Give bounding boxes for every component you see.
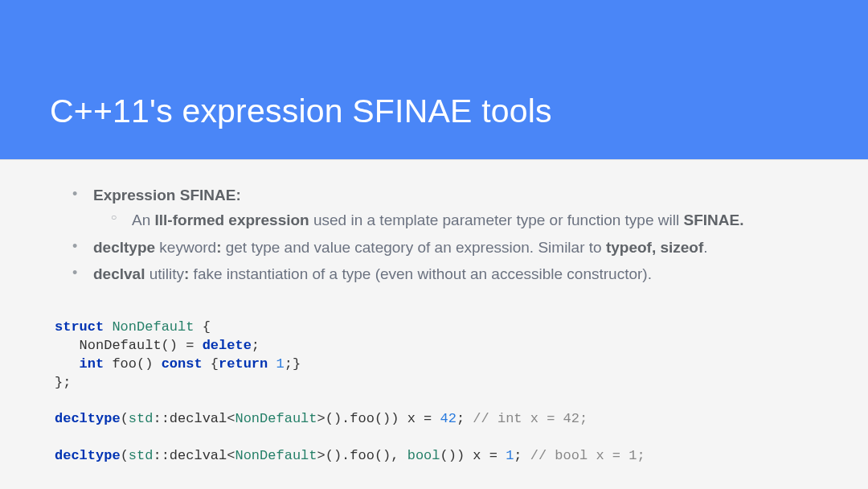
code-kw: decltype [55,448,121,463]
title-bar: C++11's expression SFINAE tools [0,0,868,159]
code-type: bool [407,448,440,463]
text: fake instantiation of a type (even witho… [189,265,652,282]
slide-title: C++11's expression SFINAE tools [50,92,552,130]
code-text: ;} [285,356,301,372]
text: An [132,212,155,228]
code-text: ; [514,448,530,463]
code-kw: delete [203,338,252,353]
code-type: NonDefault [112,319,194,335]
code-text [55,356,80,372]
bullet-1a: An Ill-formed expression used in a templ… [93,208,813,232]
code-kw: return [219,356,268,372]
code-text [268,356,276,372]
bullet-3: declval utility: fake instantiation of a… [55,262,813,286]
text: used in a template parameter type or fun… [309,212,684,228]
code-kw: decltype [55,411,121,426]
text: get type and value category of an expres… [221,239,605,256]
code-text: >().foo()) x = [317,411,440,426]
code-comment: // int x = 42; [473,411,588,426]
code-num: 1 [506,448,514,463]
code-block: struct NonDefault { NonDefault() = delet… [55,318,813,466]
code-ns: std [129,411,154,426]
code-type: NonDefault [235,448,317,463]
code-text: >().foo(), [317,448,407,463]
text-bold: typeof, sizeof [606,239,703,256]
code-kw: const [162,356,203,372]
code-text: { [203,356,219,372]
bullet-2: decltype keyword: get type and value cat… [55,236,813,259]
bullet-1-label: Expression SFINAE: [93,187,241,203]
text-bold: declval [93,265,145,282]
code-text: NonDefault() = [55,338,203,353]
code-kw: struct [55,319,104,335]
code-text: ( [121,448,129,463]
code-text: declval< [170,448,235,463]
code-text: :: [153,411,169,426]
text-bold: SFINAE. [683,212,743,228]
code-text: ( [121,411,129,426]
code-kw: int [80,356,104,372]
text-bold: Ill-formed expression [155,212,309,228]
code-comment: // bool x = 1; [530,448,645,463]
text: keyword [155,239,216,256]
code-text: :: [153,448,169,463]
code-text: declval< [170,411,235,426]
code-text: ; [252,338,260,353]
code-ns: std [129,448,154,463]
code-type: NonDefault [235,411,317,426]
slide: C++11's expression SFINAE tools Expressi… [0,0,868,489]
code-num: 1 [276,356,284,372]
slide-body: Expression SFINAE: An Ill-formed express… [0,159,868,466]
code-text: ()) x = [440,448,506,463]
code-text: foo() [104,356,161,372]
code-text: ; [457,411,473,426]
code-num: 42 [440,411,457,426]
bullet-1-sublist: An Ill-formed expression used in a templ… [93,208,813,232]
text: . [703,239,707,256]
bullet-list: Expression SFINAE: An Ill-formed express… [55,183,813,286]
text-bold: decltype [93,239,155,256]
text: utility [145,265,184,282]
bullet-1: Expression SFINAE: An Ill-formed express… [55,183,813,232]
code-text: }; [55,375,71,390]
code-text: { [194,319,210,335]
